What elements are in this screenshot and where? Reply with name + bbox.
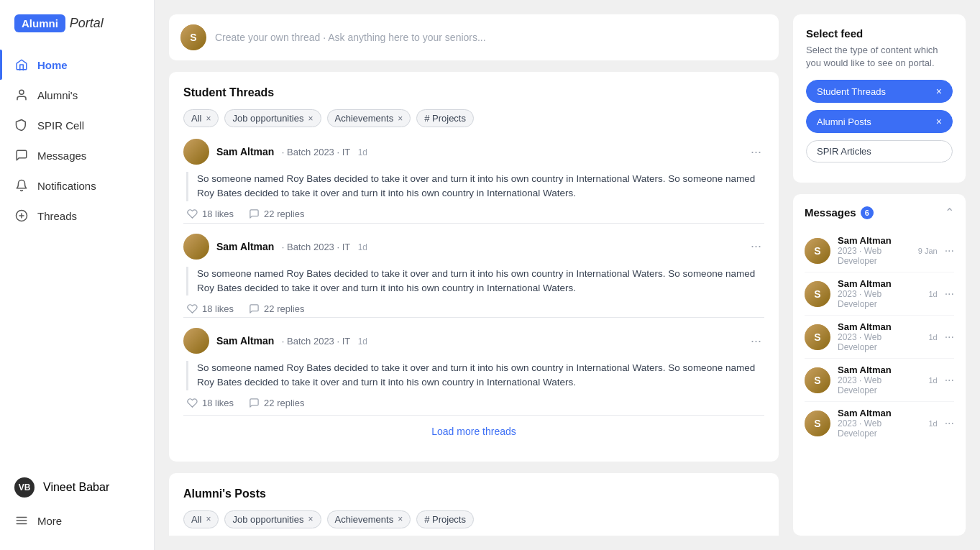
heart-icon [186,303,198,314]
sidebar-item-more[interactable]: More [0,505,154,536]
sidebar-item-home-label: Home [37,59,68,71]
message-item[interactable]: S Sam Altman 2023 · Web Developer 1d ··· [805,359,954,402]
center-feed: S Create your own thread · Ask anything … [169,14,779,536]
message-item[interactable]: S Sam Altman 2023 · Web Developer 9 Jan … [805,229,954,272]
plus-circle-icon [14,208,29,223]
reply-button[interactable]: 22 replies [248,303,304,314]
comment-icon [248,303,260,314]
message-avatar: S [805,324,830,350]
logo: Alumni Portal [0,14,154,50]
alumni-filter-achievements[interactable]: Achievements × [327,510,411,528]
message-more-button[interactable]: ··· [945,288,954,301]
reply-button[interactable]: 22 replies [248,208,304,220]
post-batch: · Batch 2023 · IT [282,242,350,252]
like-button[interactable]: 18 likes [186,398,234,409]
create-thread-placeholder: Create your own thread · Ask anything he… [215,32,486,43]
message-sub: 2023 · Web Developer [838,418,921,439]
post-author: Sam Altman [216,146,274,157]
feed-option-student-threads-close[interactable]: × [936,86,942,97]
like-button[interactable]: 18 likes [186,303,234,314]
reply-count: 22 replies [264,303,304,314]
alumni-filter-achievements-close[interactable]: × [398,514,403,524]
post-text: So someone named Roy Bates decided to ta… [197,361,764,390]
student-threads-filters: All × Job opportunities × Achievements ×… [183,109,764,127]
post-actions: 18 likes 22 replies [186,208,764,220]
alumni-filter-job-close[interactable]: × [308,514,313,524]
select-feed-card: Select feed Select the type of content w… [793,14,966,183]
feed-option-alumni-posts-close[interactable]: × [936,116,942,127]
sidebar-item-home[interactable]: Home [0,50,154,80]
post-body: So someone named Roy Bates decided to ta… [186,267,764,296]
post-avatar [183,328,209,354]
filter-projects[interactable]: # Projects [416,109,474,127]
message-more-button[interactable]: ··· [945,374,954,387]
alumni-posts-title: Alumni's Posts [183,487,764,500]
feed-option-spir-articles[interactable]: SPIR Articles [806,140,953,162]
load-more-threads[interactable]: Load more threads [183,415,764,447]
post-author: Sam Altman [216,335,274,347]
reply-button[interactable]: 22 replies [248,398,304,409]
logo-alumni: Alumni [14,14,65,32]
filter-job-close[interactable]: × [308,114,313,124]
message-name: Sam Altman [838,235,911,246]
sidebar-item-spir-cell[interactable]: SPIR Cell [0,110,154,140]
message-sub: 2023 · Web Developer [838,332,921,352]
post-time: 1d [358,147,367,157]
feed-option-spir-articles-label: SPIR Articles [817,146,871,157]
user-profile[interactable]: VB Vineet Babar [0,469,154,505]
post-more-button[interactable]: ··· [748,145,764,160]
sidebar-item-threads-label: Threads [37,210,77,222]
thread-post: Sam Altman · Batch 2023 · IT 1d ··· So s… [183,223,764,315]
message-more-button[interactable]: ··· [945,417,954,430]
student-threads-section: Student Threads All × Job opportunities … [169,72,779,462]
sidebar-nav: Home Alumni's SPIR Cell [0,50,154,536]
messages-header: Messages 6 ⌃ [805,206,954,219]
like-count: 18 likes [202,303,234,314]
message-name: Sam Altman [838,408,921,418]
message-more-button[interactable]: ··· [945,244,954,257]
message-avatar: S [805,238,830,264]
comment-icon [248,208,260,220]
filter-job-opportunities[interactable]: Job opportunities × [224,109,321,127]
message-item[interactable]: S Sam Altman 2023 · Web Developer 1d ··· [805,402,954,444]
post-more-button[interactable]: ··· [748,334,764,349]
reply-count: 22 replies [264,398,304,408]
messages-collapse-button[interactable]: ⌃ [945,206,954,219]
feed-option-alumni-posts[interactable]: Alumni Posts × [806,110,953,133]
sidebar-item-messages-label: Messages [37,150,86,162]
alumni-filter-all-close[interactable]: × [206,514,211,524]
messages-badge: 6 [861,206,874,219]
sidebar-item-notifications[interactable]: Notifications [0,170,154,201]
alumni-posts-section: Alumni's Posts All × Job opportunities ×… [169,473,779,536]
message-item[interactable]: S Sam Altman 2023 · Web Developer 1d ··· [805,316,954,359]
filter-all[interactable]: All × [183,109,219,127]
alumni-filter-job[interactable]: Job opportunities × [224,510,321,528]
message-item[interactable]: S Sam Altman 2023 · Web Developer 1d ··· [805,272,954,316]
alumni-filter-projects[interactable]: # Projects [416,510,474,528]
message-name: Sam Altman [838,278,921,289]
message-sub: 2023 · Web Developer [838,375,921,395]
like-button[interactable]: 18 likes [186,208,234,220]
main-area: S Create your own thread · Ask anything … [155,0,980,550]
filter-all-close[interactable]: × [206,114,211,124]
alumni-filter-all[interactable]: All × [183,510,219,528]
post-body: So someone named Roy Bates decided to ta… [186,172,764,201]
post-more-button[interactable]: ··· [748,239,764,254]
alumni-posts-filters: All × Job opportunities × Achievements ×… [183,510,764,528]
sidebar-item-messages[interactable]: Messages [0,140,154,170]
reply-count: 22 replies [264,208,304,219]
message-more-button[interactable]: ··· [945,331,954,344]
post-batch: · Batch 2023 · IT [282,336,350,347]
post-batch: · Batch 2023 · IT [282,147,350,157]
sidebar-item-alumnis[interactable]: Alumni's [0,80,154,110]
sidebar-more-label: More [37,515,62,527]
create-thread-bar[interactable]: S Create your own thread · Ask anything … [169,14,779,60]
home-icon [14,58,29,72]
feed-option-student-threads[interactable]: Student Threads × [806,80,953,103]
filter-achievements[interactable]: Achievements × [327,109,411,127]
sidebar-item-threads[interactable]: Threads [0,201,154,231]
heart-icon [186,398,198,409]
post-avatar [183,139,209,165]
thread-post: Sam Altman · Batch 2023 · IT 1d ··· So s… [183,317,764,409]
filter-achievements-close[interactable]: × [398,114,403,124]
